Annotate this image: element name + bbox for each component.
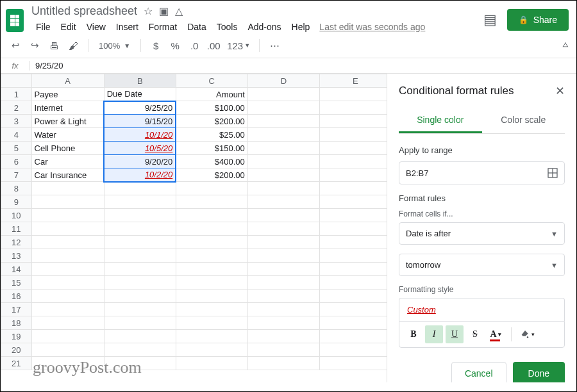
cell-selected[interactable]: 10/2/20 [104,168,176,182]
cell[interactable] [247,222,319,236]
cell[interactable] [247,115,319,128]
cloud-status-icon[interactable]: △ [175,5,183,17]
cell[interactable] [31,263,104,276]
col-header-B[interactable]: B [104,74,176,88]
cell[interactable] [31,222,104,236]
zoom-select[interactable]: 100% ▼ [95,41,134,51]
cell[interactable]: Cell Phone [31,142,104,155]
italic-button[interactable]: I [425,325,443,343]
increase-decimal-icon[interactable]: .00 [205,37,222,54]
cell[interactable] [247,142,319,155]
row-header-5[interactable]: 5 [1,142,32,155]
col-header-D[interactable]: D [247,74,319,88]
cell[interactable] [176,357,247,370]
cell[interactable] [176,276,247,290]
cell[interactable] [104,276,176,290]
tab-single-color[interactable]: Single color [399,110,482,133]
cell[interactable] [247,128,319,142]
redo-icon[interactable]: ↪ [26,37,43,54]
spreadsheet-grid[interactable]: ABCDE1PayeeDue DateAmount 2 Internet 9/2… [1,74,387,370]
select-all-corner[interactable] [1,74,32,88]
more-formats[interactable]: 123▼ [224,37,253,54]
cell[interactable] [104,330,176,343]
print-icon[interactable]: 🖶 [46,37,62,54]
row-header-16[interactable]: 16 [1,290,32,303]
cell-selected[interactable]: 9/15/20 [104,115,176,128]
comments-icon[interactable]: ▤ [483,12,497,28]
cell[interactable] [247,330,319,343]
cell[interactable] [176,290,247,303]
cell[interactable] [247,209,319,222]
cell[interactable] [247,195,319,209]
range-field[interactable]: B2:B7 [399,161,565,184]
cell[interactable]: $150.00 [176,142,247,155]
cell[interactable]: Car [31,155,104,168]
cell[interactable]: Due Date [104,88,176,101]
last-edit-link[interactable]: Last edit was seconds ago [319,22,425,32]
cell[interactable]: $100.00 [176,101,247,115]
cell[interactable]: $400.00 [176,155,247,168]
sheets-logo[interactable] [6,9,24,32]
cell[interactable] [247,290,319,303]
cell[interactable] [319,290,387,303]
col-header-E[interactable]: E [319,74,387,88]
cell[interactable] [319,330,387,343]
cell[interactable] [176,343,247,357]
cell[interactable] [104,222,176,236]
cell[interactable] [319,316,387,330]
cell[interactable] [104,303,176,316]
cell[interactable] [319,209,387,222]
cell[interactable] [176,330,247,343]
col-header-C[interactable]: C [176,74,247,88]
menu-format[interactable]: Format [144,19,181,35]
row-header-10[interactable]: 10 [1,209,32,222]
share-button[interactable]: 🔒 Share [507,9,569,31]
row-header-19[interactable]: 19 [1,330,32,343]
cell[interactable] [104,316,176,330]
menu-data[interactable]: Data [183,19,211,35]
done-button[interactable]: Done [513,362,565,382]
collapse-toolbar-icon[interactable]: ㅿ [561,40,570,51]
cell[interactable] [247,88,319,101]
cell[interactable] [319,128,387,142]
move-icon[interactable]: ▣ [159,5,169,17]
col-header-A[interactable]: A [31,74,104,88]
fill-color-button[interactable]: ▾ [518,325,536,343]
cell[interactable] [319,276,387,290]
cell-selected[interactable]: 10/5/20 [104,142,176,155]
cancel-button[interactable]: Cancel [451,362,506,382]
cell[interactable] [319,343,387,357]
condition-select[interactable]: Date is after ▼ [399,222,565,245]
cell[interactable] [31,249,104,263]
cell[interactable] [319,195,387,209]
cell[interactable] [319,249,387,263]
cell[interactable]: Amount [176,88,247,101]
cell[interactable] [176,249,247,263]
row-header-1[interactable]: 1 [1,88,32,101]
cell[interactable] [319,303,387,316]
cell[interactable]: $25.00 [176,128,247,142]
cell[interactable] [247,101,319,115]
menu-tools[interactable]: Tools [212,19,242,35]
cell[interactable] [247,357,319,370]
cell[interactable] [104,263,176,276]
cell[interactable] [247,316,319,330]
close-icon[interactable]: ✕ [555,84,565,98]
cell[interactable] [31,276,104,290]
cell[interactable] [319,182,387,195]
overflow-icon[interactable]: ⋯ [266,37,283,54]
row-header-21[interactable]: 21 [1,357,32,370]
cell[interactable] [104,182,176,195]
menu-help[interactable]: Help [287,19,315,35]
cell[interactable]: Internet [31,101,104,115]
menu-addons[interactable]: Add-ons [243,19,285,35]
cell[interactable] [319,115,387,128]
percent-icon[interactable]: % [167,37,183,54]
cell[interactable] [31,209,104,222]
row-header-8[interactable]: 8 [1,182,32,195]
undo-icon[interactable]: ↩ [7,37,24,54]
cell[interactable] [247,155,319,168]
menu-file[interactable]: File [31,19,55,35]
style-preview[interactable]: Custom [399,298,565,321]
strike-button[interactable]: S [466,325,484,343]
